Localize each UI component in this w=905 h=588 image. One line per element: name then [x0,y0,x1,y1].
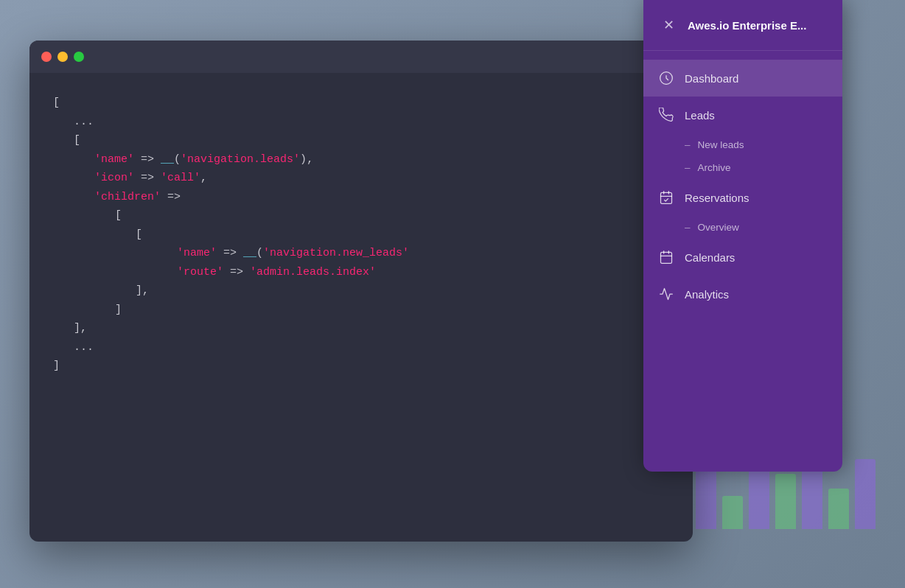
sidebar-subitem-label-new-leads: New leads [698,139,744,150]
reservations-icon [658,189,674,206]
code-line-9: 'name' => __('navigation.new_leads' [177,244,669,263]
sidebar-subitem-new-leads[interactable]: New leads [643,133,842,156]
sidebar-subitem-label-archive: Archive [698,162,731,173]
code-line-4: 'name' => __('navigation.leads'), [94,150,669,169]
code-line-10: 'route' => 'admin.leads.index' [177,263,669,282]
code-line-7: [ [115,206,669,225]
sidebar-item-label-leads: Leads [685,109,715,122]
calendars-icon [658,249,674,265]
minimize-traffic-light[interactable] [57,52,68,62]
sidebar-item-dashboard[interactable]: Dashboard [643,60,842,97]
code-line-5: 'icon' => 'call', [94,169,669,188]
sidebar: ✕ Awes.io Enterprise E... Dashboard Lead… [643,0,842,472]
dashboard-icon [658,70,674,86]
close-traffic-light[interactable] [41,52,52,62]
sidebar-subitem-archive[interactable]: Archive [643,156,842,179]
sidebar-close-button[interactable]: ✕ [658,15,679,35]
sidebar-subitem-overview[interactable]: Overview [643,216,842,239]
close-icon: ✕ [663,17,674,33]
sidebar-item-label-calendars: Calendars [685,251,735,264]
sidebar-subitem-label-overview: Overview [698,222,739,233]
code-line-15: ] [53,357,669,376]
sidebar-item-label-reservations: Reservations [685,192,749,204]
sidebar-item-leads[interactable]: Leads [643,97,842,133]
code-line-12: ] [115,301,669,320]
sidebar-item-analytics[interactable]: Analytics [643,276,842,312]
code-line-14: ... [74,338,669,357]
sidebar-item-calendars[interactable]: Calendars [643,239,842,276]
sidebar-item-label-analytics: Analytics [685,288,729,301]
sidebar-header: ✕ Awes.io Enterprise E... [643,0,842,51]
analytics-icon [658,286,674,302]
code-content: [ ... [ 'name' => __('navigation.leads')… [29,73,693,396]
phone-icon [658,107,674,123]
code-line-1: [ [53,94,669,113]
maximize-traffic-light[interactable] [74,52,84,62]
code-line-11: ], [136,281,669,301]
window-titlebar [29,41,693,73]
code-line-6: 'children' => [94,188,669,207]
nav-items: Dashboard Leads New leads Archive [643,51,842,321]
sidebar-item-label-dashboard: Dashboard [685,72,738,85]
code-line-2: ... [74,113,669,132]
code-line-8: [ [136,225,669,245]
sidebar-title: Awes.io Enterprise E... [688,19,828,32]
svg-rect-1 [661,192,672,203]
sidebar-item-reservations[interactable]: Reservations [643,179,842,216]
code-line-3: [ [74,131,669,150]
code-editor-window: [ ... [ 'name' => __('navigation.leads')… [29,41,693,542]
code-line-13: ], [74,319,669,338]
svg-rect-5 [661,252,672,263]
